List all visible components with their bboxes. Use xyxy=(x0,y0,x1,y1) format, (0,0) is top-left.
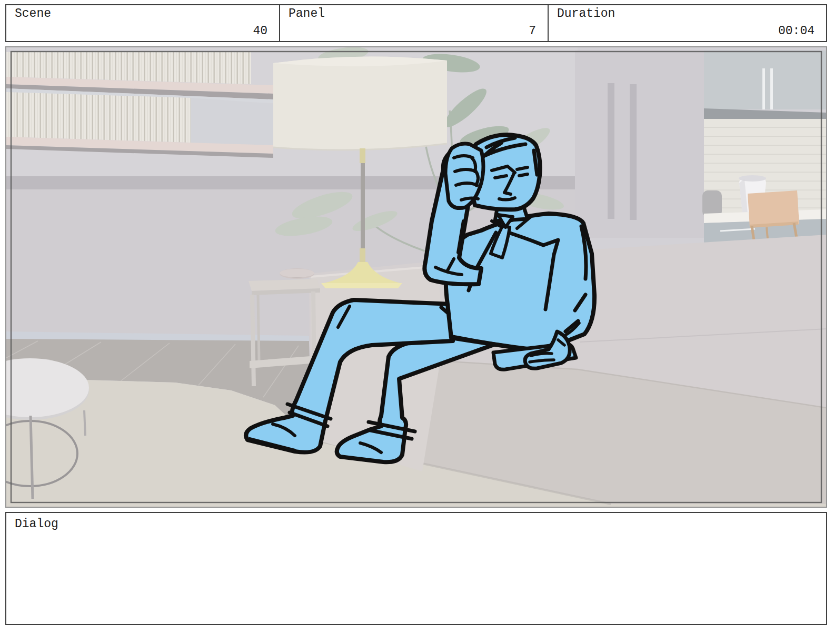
dialog-box: Dialog xyxy=(5,512,827,625)
panel-cell: Panel 7 xyxy=(280,5,549,41)
scene-cell: Scene 40 xyxy=(6,5,280,41)
kitchen-area xyxy=(575,51,826,244)
storyboard-scene xyxy=(6,47,826,507)
bowl xyxy=(280,268,314,279)
duration-value: 00:04 xyxy=(778,24,815,38)
duration-label: Duration xyxy=(557,7,615,21)
dialog-label: Dialog xyxy=(15,517,818,531)
partition-cabinet xyxy=(575,51,704,238)
panel-header: Scene 40 Panel 7 Duration 00:04 xyxy=(5,4,827,42)
lamp-shade xyxy=(273,57,447,150)
bookshelf xyxy=(6,52,273,158)
scene-number: 40 xyxy=(253,24,267,38)
cabinet-handle xyxy=(770,68,773,109)
panel-number: 7 xyxy=(529,24,536,38)
cabinet-handle xyxy=(762,68,765,109)
panel-label: Panel xyxy=(289,7,325,21)
books-row-bottom xyxy=(6,92,191,143)
partition-handle xyxy=(630,84,637,220)
scene-label: Scene xyxy=(15,7,51,21)
storyboard-page: { "header": { "cells": [ { "label": "Sce… xyxy=(0,0,834,644)
partition-handle xyxy=(608,83,614,219)
small-appliance xyxy=(702,190,722,217)
duration-cell: Duration 00:04 xyxy=(549,5,826,41)
storyboard-panel-image xyxy=(5,46,827,508)
